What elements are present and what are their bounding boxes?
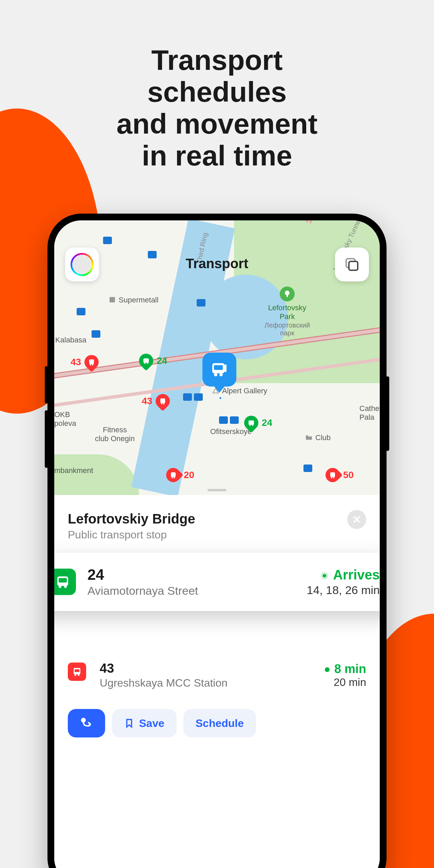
route-icon [80, 716, 93, 730]
arrival-times: 14, 18, 26 min [307, 584, 380, 597]
tram-icon [322, 465, 342, 485]
phone-screen: Lefortovsky Tunnel Third Ring Transport … [54, 220, 380, 868]
stop-marker-icon[interactable] [219, 416, 228, 424]
selected-stop-dot [218, 396, 222, 400]
svg-point-18 [252, 425, 253, 426]
svg-rect-10 [143, 358, 149, 363]
svg-point-36 [75, 674, 76, 676]
stop-marker-icon[interactable] [230, 416, 239, 424]
bottom-sheet[interactable]: Lefortovskiy Bridge Public transport sto… [54, 495, 380, 868]
tram-icon [81, 352, 101, 372]
poi-fitness[interactable]: Fitness club Onegin [95, 426, 135, 443]
route-destination: Aviamotornaya Street [87, 584, 307, 597]
route-card-43[interactable]: 43 Ugreshskaya MCC Station 8 min 20 min [54, 653, 380, 697]
sheet-drag-handle[interactable] [208, 489, 226, 491]
stop-name: Lefortovskiy Bridge [68, 511, 195, 527]
poi-park[interactable]: Lefortovsky Park Лефортовский парк [264, 287, 310, 337]
schedule-button[interactable]: Schedule [183, 709, 256, 737]
vehicle-marker-43[interactable]: 43 [71, 355, 99, 369]
svg-point-37 [78, 674, 80, 676]
route-number: 43 [100, 661, 325, 676]
svg-point-24 [333, 477, 334, 478]
svg-point-17 [249, 425, 251, 426]
poi-kalabasa[interactable]: Kalabasa [55, 336, 86, 344]
selected-stop-marker[interactable] [202, 353, 236, 387]
close-button[interactable] [347, 510, 366, 529]
svg-rect-22 [330, 472, 335, 477]
route-button[interactable] [68, 709, 105, 737]
route-number: 24 [87, 566, 307, 583]
svg-rect-31 [59, 578, 67, 583]
svg-point-21 [174, 477, 175, 478]
svg-point-12 [147, 362, 148, 364]
svg-rect-19 [171, 472, 176, 477]
svg-point-33 [64, 585, 67, 588]
svg-point-14 [161, 403, 162, 405]
arrival-after: 20 min [325, 676, 366, 689]
save-button[interactable]: Save [112, 709, 177, 737]
bookmark-icon [124, 718, 134, 728]
stop-marker-icon[interactable] [92, 330, 100, 338]
svg-point-27 [214, 373, 217, 376]
poi-club[interactable]: Club [305, 433, 331, 442]
tram-icon [68, 663, 86, 681]
svg-rect-16 [249, 420, 254, 425]
arrival-status: Arrives [307, 567, 380, 583]
poi-okb[interactable]: OKB poleva [54, 410, 76, 428]
svg-point-2 [285, 291, 290, 295]
svg-point-11 [144, 362, 145, 364]
poi-supermetall[interactable]: Supermetall [108, 296, 158, 305]
svg-rect-35 [75, 669, 79, 672]
poi-embankment[interactable]: mbankment [54, 466, 93, 475]
svg-point-23 [331, 477, 332, 478]
map-canvas[interactable]: Lefortovsky Tunnel Third Ring Transport … [54, 220, 380, 495]
bus-icon [54, 569, 76, 595]
park-name: Lefortovsky Park [264, 303, 310, 321]
arrival-next: 8 min [325, 662, 366, 676]
action-bar: Save Schedule [54, 697, 380, 749]
svg-rect-13 [160, 398, 165, 403]
promo-headline: Transport schedules and movement in real… [108, 44, 326, 172]
close-icon [353, 515, 361, 524]
live-dot-icon [321, 572, 328, 579]
svg-rect-1 [349, 261, 358, 270]
vehicle-marker-24[interactable]: 24 [139, 354, 167, 368]
phone-frame: Lefortovsky Tunnel Third Ring Transport … [47, 214, 387, 868]
poi-catherine[interactable]: Cathe Pala [359, 404, 379, 422]
layers-button[interactable] [335, 248, 369, 281]
svg-rect-7 [89, 359, 94, 364]
svg-point-9 [92, 364, 93, 366]
route-card-24[interactable]: 24 Aviamotornaya Street Arrives 14, 18, … [54, 553, 380, 611]
stop-marker-icon[interactable] [303, 465, 312, 472]
svg-rect-4 [110, 297, 115, 302]
svg-point-32 [59, 585, 61, 588]
bus-icon [241, 413, 261, 433]
stop-marker-icon[interactable] [194, 393, 203, 401]
stop-icon [210, 360, 229, 379]
route-destination: Ugreshskaya MCC Station [100, 677, 325, 689]
svg-rect-6 [306, 435, 308, 437]
vehicle-marker-50[interactable]: 50 [326, 468, 354, 482]
svg-point-28 [219, 373, 223, 376]
svg-point-20 [172, 477, 173, 478]
stop-marker-icon[interactable] [77, 308, 85, 315]
stop-marker-icon[interactable] [183, 393, 192, 401]
layers-icon [344, 257, 360, 272]
park-name-ru: Лефортовский парк [264, 321, 310, 337]
tram-icon [163, 465, 183, 485]
stop-marker-icon[interactable] [148, 251, 157, 258]
tree-icon [280, 287, 295, 301]
map-mode-title: Transport [186, 256, 248, 271]
vehicle-marker-24-b[interactable]: 24 [244, 416, 272, 430]
tram-icon [153, 391, 173, 411]
profile-button[interactable] [65, 248, 99, 281]
stop-marker-icon[interactable] [197, 299, 205, 307]
avatar-ring-icon [71, 253, 94, 276]
svg-rect-3 [287, 295, 288, 297]
vehicle-marker-43-b[interactable]: 43 [142, 394, 170, 408]
vehicle-marker-20[interactable]: 20 [166, 468, 194, 482]
svg-rect-26 [224, 364, 226, 372]
stop-marker-icon[interactable] [103, 237, 112, 244]
svg-rect-29 [214, 365, 223, 370]
svg-point-8 [90, 364, 91, 366]
